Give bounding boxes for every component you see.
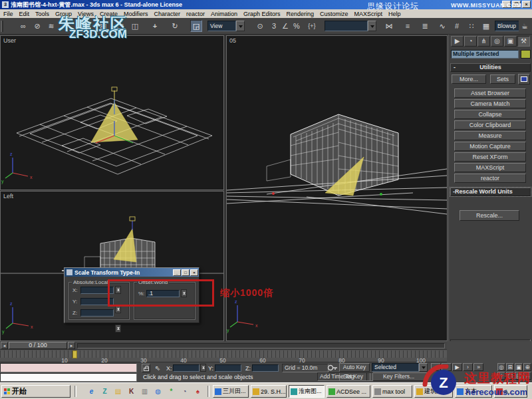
maxscript-mini-listener-pink[interactable] (0, 363, 137, 372)
restore-button[interactable]: ❐ (512, 1, 521, 8)
rescale-rollout-header[interactable]: -Rescale World Units (450, 188, 531, 196)
render-scene-icon[interactable]: ▦ (480, 20, 492, 32)
schematic-view-icon[interactable]: # (451, 20, 463, 32)
previous-frame-button[interactable]: ◂ (1, 342, 8, 349)
crossing-toggle-icon[interactable]: ◫ (129, 20, 141, 32)
keyboard-override-toggle[interactable]: {+} (305, 20, 319, 32)
display-tab-icon[interactable]: ▣ (504, 36, 517, 47)
mirror-icon[interactable]: ⋈ (383, 20, 395, 32)
zoom-extents-icon[interactable]: ◎ (497, 363, 505, 371)
use-pivot-center-icon[interactable]: ⊙ (254, 20, 266, 32)
move-icon[interactable]: + (149, 20, 161, 32)
quick-render-icon[interactable]: ☕ (519, 20, 531, 32)
quicklaunch-gear-icon[interactable]: * (166, 387, 176, 396)
quicklaunch-figure-icon[interactable]: ♠ (193, 387, 203, 396)
angle-snap-icon[interactable]: ∠ (280, 20, 291, 32)
task-window-3-active[interactable]: 淮南图... (289, 385, 325, 398)
material-editor-icon[interactable]: ∷ (466, 20, 477, 32)
task-window-8[interactable]: A... (494, 385, 527, 398)
zoom-region-icon[interactable]: ▣ (515, 363, 523, 371)
task-window-4[interactable]: ACDSee ... (327, 385, 370, 398)
percent-snap-icon[interactable]: % (291, 20, 302, 32)
motion-tab-icon[interactable]: ◎ (491, 36, 503, 47)
quicklaunch-globe-icon[interactable]: ◍ (153, 387, 163, 396)
menu-file[interactable]: File (3, 11, 13, 17)
close-button[interactable]: × (522, 1, 531, 8)
dialog-close-icon[interactable]: × (190, 269, 198, 276)
menu-modifiers[interactable]: Modifiers (124, 11, 148, 17)
bind-spacewarp-icon[interactable]: ≋ (45, 20, 57, 32)
menu-edit[interactable]: Edit (19, 11, 30, 17)
link-icon[interactable]: ∞ (17, 20, 29, 32)
asset-browser-button[interactable]: Asset Browser (454, 88, 526, 98)
menu-graph-editors[interactable]: Graph Editors (243, 11, 281, 17)
object-color-swatch[interactable] (521, 50, 531, 59)
add-time-tag[interactable]: Add Time Tag (317, 372, 373, 381)
reactor-button[interactable]: reactor (454, 174, 526, 183)
dialog-minimize-icon[interactable]: _ (173, 269, 181, 276)
camera-match-button[interactable]: Camera Match (454, 99, 526, 108)
quicklaunch-media-icon[interactable]: ▥ (140, 387, 150, 396)
menu-help[interactable]: Help (388, 11, 401, 17)
task-window-1[interactable]: 三川田... (213, 385, 249, 398)
selection-lock-toggle[interactable] (142, 364, 150, 372)
dropdown-arrow-icon[interactable] (236, 21, 245, 31)
create-tab-icon[interactable]: ▶ (451, 36, 464, 47)
object-name-field[interactable]: Multiple Selected (451, 50, 519, 59)
menu-maxscript[interactable]: MAXScript (354, 11, 383, 17)
zoom-icon[interactable]: + (497, 372, 505, 380)
z-coord-field[interactable] (252, 364, 279, 372)
viewport-user[interactable]: User (0, 35, 224, 190)
time-slider-grip[interactable]: 0 / 100 (9, 342, 67, 349)
minimize-button[interactable]: _ (502, 1, 511, 8)
x-coord-field[interactable] (173, 364, 200, 372)
quicklaunch-km-icon[interactable]: K (126, 387, 136, 396)
go-to-end-icon[interactable]: » (473, 363, 483, 371)
task-window-5[interactable]: max tool (372, 385, 412, 398)
reset-xform-button[interactable]: Reset XForm (454, 152, 526, 162)
quicklaunch-teapot-icon[interactable]: ◔ (180, 387, 190, 396)
menu-tools[interactable]: Tools (35, 11, 49, 17)
min-max-toggle-icon[interactable]: ↔ (523, 372, 531, 380)
key-filters-button[interactable]: Key Filters... (370, 372, 428, 381)
unlink-icon[interactable]: ⊘ (31, 20, 43, 32)
scale-icon[interactable]: ◲ (190, 20, 202, 32)
menu-create[interactable]: Create (100, 11, 118, 17)
pan-icon[interactable]: ▢ (506, 372, 514, 380)
measure-button[interactable]: Measure (454, 131, 526, 140)
time-slider-track[interactable] (77, 343, 445, 348)
arc-rotate-icon[interactable]: ◱ (515, 372, 523, 380)
next-key-icon[interactable]: › (463, 363, 473, 371)
quicklaunch-max-icon[interactable]: Z (100, 387, 110, 396)
viewport-user-label[interactable]: User (3, 37, 16, 44)
more-button[interactable]: More... (452, 74, 486, 84)
sets-button[interactable]: Sets (490, 74, 515, 84)
dialog-title-bar[interactable]: Scale Transform Type-In _ □ × (65, 268, 199, 277)
menu-animation[interactable]: Animation (211, 11, 237, 17)
task-window-6[interactable]: 建筑灯... (414, 385, 453, 398)
utilities-rollup-icon[interactable] (518, 74, 530, 84)
viewport-left-label[interactable]: Left (3, 193, 13, 200)
menu-group[interactable]: Group (55, 11, 72, 17)
go-to-start-icon[interactable]: « (431, 363, 441, 371)
start-button[interactable]: 开始 (1, 385, 70, 398)
rescale-button[interactable]: Rescale... (460, 210, 519, 221)
abs-z-spinner[interactable] (115, 325, 121, 332)
field-of-view-icon[interactable]: ⊕ (523, 363, 531, 371)
selection-region-icon[interactable]: ▢ (114, 20, 126, 32)
select-object-icon[interactable]: ▭ (81, 20, 93, 32)
auto-key-button[interactable]: Auto Key (339, 363, 370, 372)
layer-manager-icon[interactable]: ≣ (419, 20, 431, 32)
utilities-tab-icon[interactable]: ⚒ (517, 36, 530, 47)
quicklaunch-ie-icon[interactable]: e (86, 387, 96, 396)
maxscript-mini-listener-white[interactable] (0, 373, 137, 382)
previous-key-icon[interactable]: ‹ (442, 363, 452, 371)
menu-character[interactable]: Character (154, 11, 180, 17)
curve-editor-icon[interactable]: ∿ (436, 20, 448, 32)
abs-z-field[interactable] (80, 309, 114, 317)
motion-capture-button[interactable]: Motion Capture (454, 142, 526, 151)
utilities-rollout-header[interactable]: - Utilities (450, 63, 531, 72)
task-window-2[interactable]: 29. S.H.... (251, 385, 287, 398)
menu-views[interactable]: Views (78, 11, 94, 17)
dropdown-arrow-icon[interactable] (368, 21, 376, 31)
